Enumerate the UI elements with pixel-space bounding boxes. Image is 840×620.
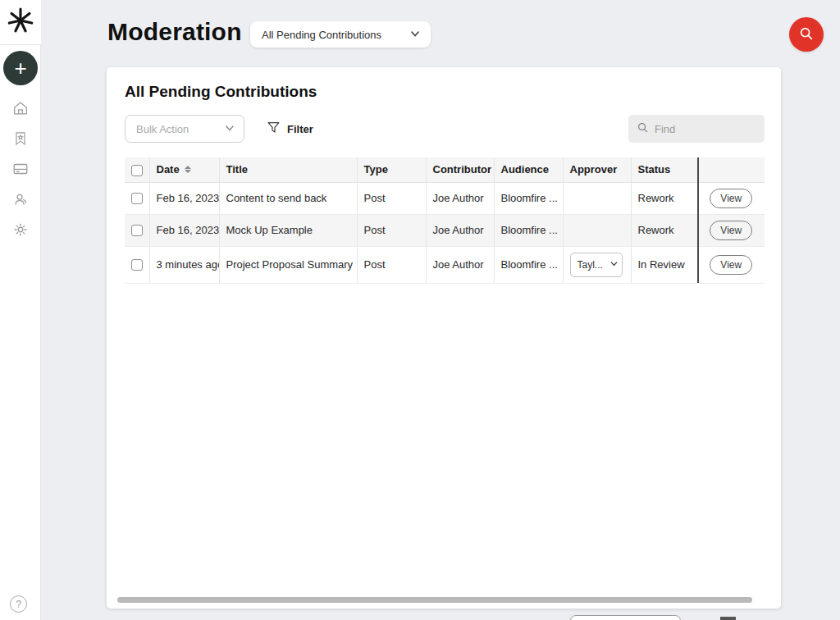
cell-status: Rework	[631, 182, 697, 214]
col-header-status: Status	[631, 157, 697, 182]
cell-audience: Bloomfire ...	[494, 214, 563, 246]
col-header-approver: Approver	[563, 157, 631, 182]
table-header-row: Date Title Type Contributor Audience App…	[125, 157, 765, 182]
col-header-audience: Audience	[494, 157, 563, 182]
cell-contributor: Joe Author	[426, 214, 494, 246]
col-header-date: Date	[157, 163, 180, 176]
row-checkbox[interactable]	[131, 193, 143, 204]
cell-title: Project Proposal Summary	[219, 246, 357, 283]
cell-status: In Review	[631, 246, 697, 283]
table-row: Feb 16, 2023 Mock Up Example Post Joe Au…	[125, 214, 765, 246]
asterisk-logo-icon	[7, 7, 34, 38]
cell-title: Mock Up Example	[219, 214, 357, 246]
contributions-table: Date Title Type Contributor Audience App…	[125, 157, 765, 284]
horizontal-scrollbar-thumb[interactable]	[117, 597, 752, 603]
panel-title: All Pending Contributions	[125, 83, 317, 101]
view-selector-value: All Pending Contributions	[262, 29, 381, 41]
cell-type: Post	[357, 214, 426, 246]
help-button[interactable]: ?	[10, 595, 27, 613]
pagination-control-partial[interactable]	[570, 615, 681, 620]
row-checkbox[interactable]	[131, 225, 143, 236]
approver-select-value: Tayl...	[578, 259, 603, 271]
cell-audience: Bloomfire ...	[494, 246, 563, 283]
bulk-action-placeholder: Bulk Action	[136, 123, 189, 135]
filter-label: Filter	[287, 123, 313, 135]
sidebar-nav	[0, 100, 41, 240]
sidebar-item-home[interactable]	[10, 100, 31, 119]
app-logo[interactable]	[0, 0, 41, 45]
bookmark-star-icon	[12, 130, 29, 151]
sort-icon[interactable]	[185, 166, 191, 173]
view-button[interactable]: View	[710, 255, 752, 275]
col-header-contributor: Contributor	[426, 157, 494, 182]
pending-contributions-panel: All Pending Contributions Bulk Action Fi…	[107, 67, 781, 609]
cell-contributor: Joe Author	[426, 246, 494, 283]
search-icon	[637, 121, 649, 137]
cell-date: Feb 16, 2023	[149, 182, 219, 214]
dark-button-partial[interactable]	[720, 617, 736, 620]
pinned-column-divider	[697, 157, 699, 283]
home-icon	[11, 99, 30, 121]
sidebar-item-feed[interactable]	[10, 161, 31, 180]
members-icon	[11, 190, 30, 212]
moderation-view-selector[interactable]: All Pending Contributions	[250, 21, 431, 48]
bulk-action-select[interactable]: Bulk Action	[125, 115, 244, 143]
find-input[interactable]	[655, 123, 756, 135]
view-button[interactable]: View	[710, 189, 752, 208]
col-header-actions	[697, 157, 765, 182]
cell-contributor: Joe Author	[426, 182, 494, 214]
cell-date: Feb 16, 2023	[149, 214, 219, 246]
search-button[interactable]	[789, 17, 824, 52]
sidebar-item-settings[interactable]	[10, 221, 31, 240]
sidebar: +	[0, 0, 41, 620]
chevron-down-icon	[409, 28, 421, 42]
search-icon	[798, 25, 815, 44]
cell-audience: Bloomfire ...	[494, 182, 563, 214]
col-header-title: Title	[219, 157, 357, 182]
cell-approver	[563, 214, 631, 246]
chevron-down-icon	[609, 259, 619, 271]
select-all-checkbox[interactable]	[131, 165, 143, 176]
page-title: Moderation	[107, 18, 242, 46]
chevron-down-icon	[224, 122, 235, 136]
horizontal-scrollbar	[113, 596, 774, 604]
cell-title: Content to send back	[219, 182, 357, 214]
cell-date: 3 minutes ago	[149, 246, 219, 283]
table-row: Feb 16, 2023 Content to send back Post J…	[125, 182, 765, 214]
cell-type: Post	[357, 246, 426, 283]
row-checkbox[interactable]	[131, 259, 143, 271]
approver-select[interactable]: Tayl...	[570, 253, 623, 277]
view-button[interactable]: View	[710, 221, 752, 240]
sidebar-item-members[interactable]	[10, 191, 31, 210]
find-search-box	[628, 115, 765, 143]
col-header-type: Type	[357, 157, 426, 182]
table-row: 3 minutes ago Project Proposal Summary P…	[125, 246, 765, 283]
funnel-icon	[267, 121, 281, 137]
cell-status: Rework	[631, 214, 697, 246]
cell-type: Post	[357, 182, 426, 214]
card-list-icon	[11, 160, 30, 181]
cell-approver	[563, 182, 631, 214]
sidebar-item-featured[interactable]	[10, 130, 31, 149]
settings-gear-icon	[11, 221, 30, 242]
question-mark-icon: ?	[16, 599, 21, 610]
filter-button[interactable]: Filter	[257, 115, 323, 143]
add-contribution-button[interactable]: +	[3, 51, 38, 85]
plus-icon: +	[14, 57, 26, 79]
